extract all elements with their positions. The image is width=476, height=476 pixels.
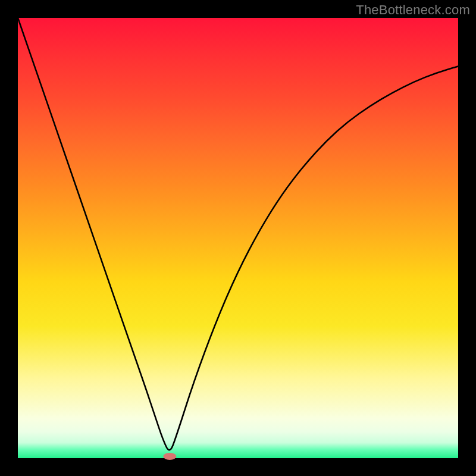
curve-svg bbox=[18, 18, 458, 458]
plot-area bbox=[18, 18, 458, 458]
attribution-text: TheBottleneck.com bbox=[356, 2, 470, 18]
chart-stage: TheBottleneck.com bbox=[0, 0, 476, 476]
bottleneck-curve bbox=[18, 18, 458, 450]
minimum-marker bbox=[163, 453, 176, 460]
